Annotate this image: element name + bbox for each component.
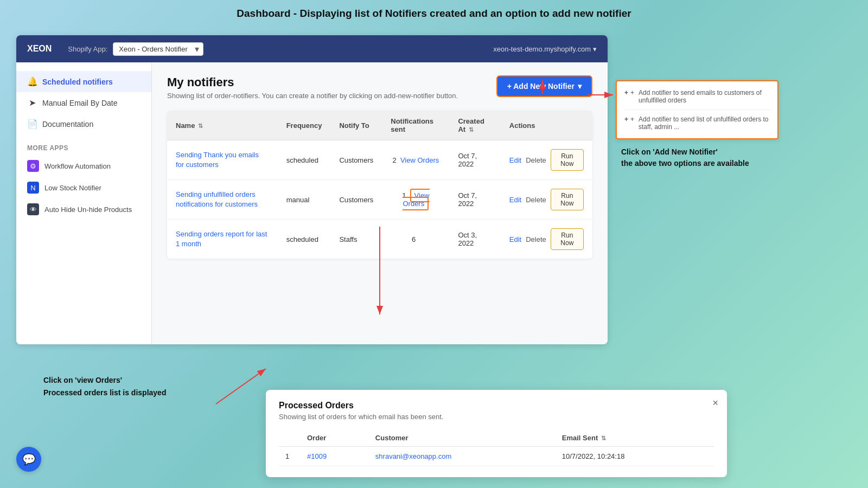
bottom-annotation-line2: Processed orders list is displayed	[43, 387, 166, 399]
cell-actions-0: Edit Delete Run Now	[501, 140, 592, 180]
cell-notify-to-2: Staffs	[330, 220, 382, 259]
modal-customer-link-0[interactable]: shravani@xeonapp.com	[375, 452, 451, 460]
sidebar-item-manual-email[interactable]: ➤ Manual Email By Date	[16, 92, 151, 113]
main-panel: XEON Shopify App: Xeon - Orders Notifier…	[16, 35, 608, 344]
cell-notifications-1: 1 View Orders	[382, 180, 449, 220]
cell-notifications-0: 2 View Orders	[382, 140, 449, 180]
modal-col-customer: Customer	[369, 429, 556, 447]
cell-notifications-2: 6	[382, 220, 449, 259]
modal-order-link-0[interactable]: #1009	[307, 452, 327, 460]
delete-link-2[interactable]: Delete	[526, 235, 546, 243]
name-sort-icon[interactable]: ⇅	[198, 123, 203, 129]
modal-close-button[interactable]: ×	[712, 397, 718, 409]
sidebar-item-scheduled[interactable]: 🔔 Scheduled notifiers	[16, 71, 151, 92]
notifier-name-link-1[interactable]: Sending unfulfilled orders notifications…	[176, 190, 258, 208]
dropdown-option-1-label: Add notifier to send emails to customers…	[639, 89, 770, 104]
cell-name-0: Sending Thank you emails for customers	[167, 140, 278, 180]
cell-created-at-0: Oct 7, 2022	[449, 140, 500, 180]
email-sent-sort-icon[interactable]: ⇅	[601, 435, 606, 441]
app-select[interactable]: Xeon - Orders Notifier	[113, 42, 203, 56]
run-now-btn-2[interactable]: Run Now	[551, 228, 584, 250]
modal-cell-email-sent-0: 10/7/2022, 10:24:18	[556, 447, 714, 466]
store-dropdown-icon: ▾	[593, 45, 597, 53]
app-select-wrap[interactable]: Xeon - Orders Notifier	[113, 42, 203, 56]
scheduled-notifiers-label: Scheduled notifiers	[42, 78, 113, 86]
modal-cell-order-0: #1009	[301, 447, 369, 466]
modal-subtitle: Showing list of orders for which email h…	[279, 413, 714, 421]
app-body: 🔔 Scheduled notifiers ➤ Manual Email By …	[16, 62, 608, 344]
shopify-label: Shopify App:	[68, 45, 107, 53]
notifier-name-link-2[interactable]: Sending orders report for last 1 month	[176, 230, 267, 248]
delete-link-0[interactable]: Delete	[526, 156, 546, 164]
delete-link-1[interactable]: Delete	[526, 196, 546, 204]
page-title: Dashboard - Displaying list of Notifiers…	[0, 0, 868, 24]
auto-hide-icon: 👁	[27, 203, 39, 215]
add-notifier-button[interactable]: + Add New Notifier ▾	[496, 75, 592, 97]
manual-email-label: Manual Email By Date	[42, 99, 118, 107]
main-subtitle: Showing list of order-notifiers. You can…	[167, 92, 458, 100]
plus-icon-1: +	[630, 89, 634, 97]
modal-table-row: 1 #1009 shravani@xeonapp.com 10/7/2022, …	[279, 447, 714, 466]
sidebar-item-auto-hide[interactable]: 👁 Auto Hide Un-hide Products	[16, 198, 151, 220]
cell-name-2: Sending orders report for last 1 month	[167, 220, 278, 259]
modal-cell-customer-0: shravani@xeonapp.com	[369, 447, 556, 466]
plus-icon-2: +	[630, 115, 634, 123]
dropdown-divider	[624, 110, 770, 110]
svg-line-5	[216, 369, 266, 404]
modal-table-header: Order Customer Email Sent ⇅	[279, 429, 714, 447]
dropdown-annotation-text: Click on 'Add New Notifier' the above tw…	[621, 147, 749, 168]
send-icon: ➤	[27, 98, 37, 108]
bell-icon: 🔔	[27, 76, 37, 87]
dropdown-option-2[interactable]: + Add notifier to send list of unfulfill…	[624, 113, 770, 133]
run-now-btn-1[interactable]: Run Now	[551, 189, 584, 210]
dropdown-arrow-icon: ▾	[578, 82, 582, 91]
add-notifier-label: + Add New Notifier	[507, 82, 575, 91]
edit-link-0[interactable]: Edit	[509, 156, 521, 164]
main-content: My notifiers Showing list of order-notif…	[152, 62, 608, 344]
sidebar-item-low-stock[interactable]: N Low Stock Notifier	[16, 177, 151, 198]
view-orders-link-1[interactable]: View Orders	[403, 189, 429, 210]
edit-link-2[interactable]: Edit	[509, 235, 521, 243]
chat-bubble[interactable]: 💬	[16, 447, 41, 472]
cell-name-1: Sending unfulfilled orders notifications…	[167, 180, 278, 220]
dropdown-annotation: Click on 'Add New Notifier' the above tw…	[621, 146, 773, 169]
created-sort-icon[interactable]: ⇅	[469, 126, 474, 133]
view-orders-link-0[interactable]: View Orders	[400, 156, 439, 164]
notifiers-table: Name ⇅ Frequency Notify To Notifications…	[167, 111, 592, 259]
edit-link-1[interactable]: Edit	[509, 196, 521, 204]
modal-table-body: 1 #1009 shravani@xeonapp.com 10/7/2022, …	[279, 447, 714, 466]
main-title: My notifiers	[167, 75, 458, 89]
run-now-btn-0[interactable]: Run Now	[551, 149, 584, 171]
add-notifier-dropdown: + Add notifier to send emails to custome…	[616, 80, 778, 139]
dropdown-option-1[interactable]: + Add notifier to send emails to custome…	[624, 87, 770, 106]
sidebar: 🔔 Scheduled notifiers ➤ Manual Email By …	[16, 62, 152, 344]
cell-notify-to-0: Customers	[330, 140, 382, 180]
sidebar-item-workflow[interactable]: ⚙ Workflow Automation	[16, 155, 151, 177]
low-stock-icon: N	[27, 182, 39, 194]
notifier-name-link-0[interactable]: Sending Thank you emails for customers	[176, 151, 259, 169]
cell-frequency-0: scheduled	[278, 140, 331, 180]
sidebar-item-documentation[interactable]: 📄 Documentation	[16, 113, 151, 134]
header-text: My notifiers Showing list of order-notif…	[167, 75, 458, 100]
topbar: XEON Shopify App: Xeon - Orders Notifier…	[16, 35, 608, 62]
brand-logo: XEON	[27, 44, 52, 54]
col-actions: Actions	[501, 111, 592, 140]
table-body: Sending Thank you emails for customers s…	[167, 140, 592, 259]
cell-actions-1: Edit Delete Run Now	[501, 180, 592, 220]
modal-title: Processed Orders	[279, 401, 714, 410]
cell-actions-2: Edit Delete Run Now	[501, 220, 592, 259]
col-notifications-sent: Notifications sent	[382, 111, 449, 140]
cell-frequency-2: scheduled	[278, 220, 331, 259]
workflow-icon: ⚙	[27, 160, 39, 172]
bottom-annotation: Click on 'view Orders' Processed orders …	[43, 374, 166, 399]
store-url: xeon-test-demo.myshopify.com	[493, 45, 591, 53]
low-stock-label: Low Stock Notifier	[44, 184, 101, 192]
col-name: Name ⇅	[167, 111, 278, 140]
modal-col-order: Order	[301, 429, 369, 447]
more-apps-label: More Apps	[16, 134, 151, 155]
dropdown-option-2-label: Add notifier to send list of unfulfilled…	[639, 115, 770, 131]
workflow-label: Workflow Automation	[44, 162, 111, 170]
modal-table: Order Customer Email Sent ⇅ 1 #1009 shra…	[279, 429, 714, 466]
modal-col-num	[279, 429, 301, 447]
table-row: Sending orders report for last 1 month s…	[167, 220, 592, 259]
